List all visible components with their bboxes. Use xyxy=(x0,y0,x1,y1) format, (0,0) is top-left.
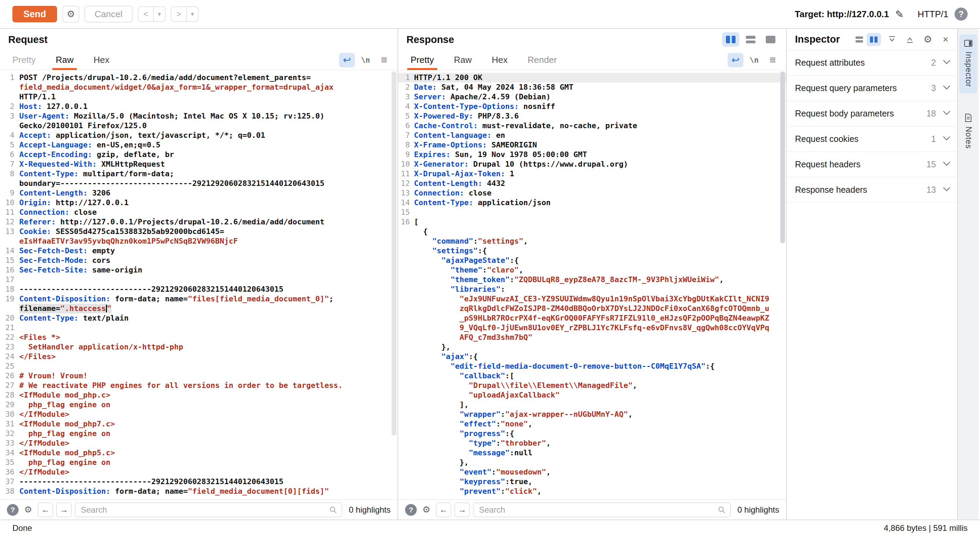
code-line[interactable]: 16Sec-Fetch-Site: same-origin xyxy=(0,265,398,275)
code-line[interactable]: 33</IfModule> xyxy=(0,438,398,448)
word-wrap-toggle[interactable]: ↩ xyxy=(728,53,743,67)
response-viewer[interactable]: 1HTTP/1.1 200 OK2Date: Sat, 04 May 2024 … xyxy=(398,70,786,500)
code-line[interactable]: 9Expires: Sun, 19 Nov 1978 05:00:00 GMT xyxy=(398,150,786,159)
code-line[interactable]: 8X-Frame-Options: SAMEORIGIN xyxy=(398,140,786,150)
code-line[interactable]: "callback":[ xyxy=(398,371,786,381)
editor-menu-button[interactable]: ≡ xyxy=(765,54,781,66)
code-line[interactable]: 35 php_flag engine on xyxy=(0,458,398,467)
code-line[interactable]: 5Accept-Language: en-US,en;q=0.5 xyxy=(0,140,398,150)
history-forward-button[interactable]: > xyxy=(171,6,187,22)
editor-menu-button[interactable]: ≡ xyxy=(376,54,392,66)
code-line[interactable]: "progress":{ xyxy=(398,429,786,438)
code-line[interactable]: 37-----------------------------292129206… xyxy=(0,477,398,487)
code-line[interactable]: 26# Vroum! Vroum! xyxy=(0,371,398,381)
search-prev-button[interactable]: ← xyxy=(436,503,451,517)
help-icon[interactable]: ? xyxy=(955,8,967,21)
code-line[interactable]: "edit-field-media-document-0-remove-butt… xyxy=(398,362,786,371)
inspector-section[interactable]: Response headers13 xyxy=(787,177,957,203)
code-line[interactable]: "event":"mousedown", xyxy=(398,467,786,477)
code-line[interactable]: 2Host: 127.0.0.1 xyxy=(0,102,398,111)
response-tab-render[interactable]: Render xyxy=(528,50,557,70)
code-line[interactable]: 13Cookie: SESS05d4275ca1538832b5ab92000b… xyxy=(0,227,398,236)
inspector-settings-button[interactable]: ⚙ xyxy=(921,33,935,46)
code-line[interactable]: AFQ_c7md3shm7bQ" xyxy=(398,333,786,342)
code-line[interactable]: 6Accept-Encoding: gzip, deflate, br xyxy=(0,150,398,159)
code-line[interactable]: "command":"settings", xyxy=(398,236,786,246)
history-back-button[interactable]: < xyxy=(138,6,154,22)
code-line[interactable]: "theme":"claro", xyxy=(398,265,786,275)
code-line[interactable]: "keypress":true, xyxy=(398,477,786,487)
code-line[interactable]: 22<Files *> xyxy=(0,333,398,342)
code-line[interactable]: 32 php_flag engine on xyxy=(0,429,398,438)
code-line[interactable]: "ajaxPageState":{ xyxy=(398,255,786,265)
code-line[interactable]: "theme_token":"ZQDBULqR8_eypZ8eA78_8azcT… xyxy=(398,275,786,284)
code-line[interactable]: 14Content-Type: application/json xyxy=(398,198,786,208)
code-line[interactable]: 5X-Powered-By: PHP/8.3.6 xyxy=(398,111,786,121)
code-line[interactable]: 6Cache-Control: must-revalidate, no-cach… xyxy=(398,121,786,130)
search-next-button[interactable]: → xyxy=(455,503,470,517)
request-tab-raw[interactable]: Raw xyxy=(56,50,73,70)
code-line[interactable]: field_media_document/widget/0&ajax_form=… xyxy=(0,82,398,92)
inspector-close-button[interactable]: × xyxy=(939,33,953,46)
response-search-input[interactable] xyxy=(473,503,731,517)
code-line[interactable]: 30</IfModule> xyxy=(0,409,398,419)
code-line[interactable]: 13Connection: close xyxy=(398,188,786,198)
side-tab-inspector[interactable]: Inspector xyxy=(959,34,977,94)
inspector-section[interactable]: Request attributes2 xyxy=(787,50,957,76)
search-next-button[interactable]: → xyxy=(56,503,72,517)
code-line[interactable]: 14Sec-Fetch-Dest: empty xyxy=(0,246,398,255)
collapse-all-button[interactable] xyxy=(903,33,917,46)
code-line[interactable]: 36</IfModule> xyxy=(0,467,398,477)
expand-all-button[interactable] xyxy=(885,33,899,46)
code-line[interactable]: _pS9HLbR7ROcrPX4f-eqKGrOQ00FAFYFsR7IFZL9… xyxy=(398,313,786,323)
code-line[interactable]: "eJx9UNFuwzAI_CE3-YZ9SUUIWdmw8Qyu1n19nSp… xyxy=(398,294,786,304)
response-tab-raw[interactable]: Raw xyxy=(454,50,472,70)
code-line[interactable]: 31<IfModule mod_php7.c> xyxy=(0,419,398,429)
code-line[interactable]: 15Sec-Fetch-Mode: cors xyxy=(0,255,398,265)
split-rows-button[interactable] xyxy=(742,32,759,47)
code-line[interactable]: 7X-Requested-With: XMLHttpRequest xyxy=(0,159,398,169)
code-line[interactable]: 2Date: Sat, 04 May 2024 18:36:58 GMT xyxy=(398,82,786,92)
code-line[interactable]: 3Server: Apache/2.4.59 (Debian) xyxy=(398,92,786,102)
code-line[interactable]: HTTP/1.1 xyxy=(0,92,398,102)
code-line[interactable]: "prevent":"click", xyxy=(398,487,786,496)
code-line[interactable]: }, xyxy=(398,342,786,352)
code-line[interactable]: "message":null xyxy=(398,448,786,458)
request-tab-pretty[interactable]: Pretty xyxy=(13,50,36,70)
code-line[interactable]: "settings":{ xyxy=(398,246,786,255)
code-line[interactable]: 9Content-Length: 3206 xyxy=(0,188,398,198)
code-line[interactable]: filename=".htaccess" xyxy=(0,304,398,313)
code-line[interactable]: 1HTTP/1.1 200 OK xyxy=(398,73,786,82)
scrollbar-thumb[interactable] xyxy=(391,71,396,436)
code-line[interactable]: 15 xyxy=(398,208,786,217)
code-line[interactable]: 20Content-Type: text/plain xyxy=(0,313,398,323)
code-line[interactable]: 34<IfModule mod_php5.c> xyxy=(0,448,398,458)
code-line[interactable]: ], xyxy=(398,400,786,409)
code-line[interactable]: 4Accept: application/json, text/javascri… xyxy=(0,130,398,140)
code-line[interactable]: "libraries": xyxy=(398,284,786,294)
send-settings-button[interactable]: ⚙ xyxy=(63,6,79,22)
split-columns-button[interactable] xyxy=(722,32,739,47)
code-line[interactable]: { xyxy=(398,227,786,236)
code-line[interactable]: "Drupal\\file\\Element\\ManagedFile", xyxy=(398,381,786,390)
code-line[interactable]: 18-----------------------------292129206… xyxy=(0,284,398,294)
code-line[interactable]: 23 SetHandler application/x-httpd-php xyxy=(0,342,398,352)
search-settings-icon[interactable]: ⚙ xyxy=(420,504,433,515)
code-line[interactable]: 7Content-language: en xyxy=(398,130,786,140)
response-tab-pretty[interactable]: Pretty xyxy=(410,50,434,70)
show-newlines-toggle[interactable]: \n xyxy=(358,56,374,64)
code-line[interactable]: 19Content-Disposition: form-data; name="… xyxy=(0,294,398,304)
cancel-button[interactable]: Cancel xyxy=(84,6,132,22)
inspector-section[interactable]: Request query parameters3 xyxy=(787,76,957,101)
search-prev-button[interactable]: ← xyxy=(38,503,53,517)
code-line[interactable]: boundary=-----------------------------29… xyxy=(0,179,398,188)
search-help-icon[interactable]: ? xyxy=(7,504,19,516)
search-settings-icon[interactable]: ⚙ xyxy=(22,504,34,515)
word-wrap-toggle[interactable]: ↩ xyxy=(339,53,355,67)
search-help-icon[interactable]: ? xyxy=(405,504,417,516)
code-line[interactable]: 38Content-Disposition: form-data; name="… xyxy=(0,487,398,496)
code-line[interactable]: 10Origin: http://127.0.0.1 xyxy=(0,198,398,208)
code-line[interactable]: 9_VQqLf0-JjUEwn8U1ov0EY_rZPBLJ1Yc7KLFsfq… xyxy=(398,323,786,333)
code-line[interactable]: 27# We reactivate PHP engines for all ve… xyxy=(0,381,398,390)
code-line[interactable]: 24</Files> xyxy=(0,352,398,362)
